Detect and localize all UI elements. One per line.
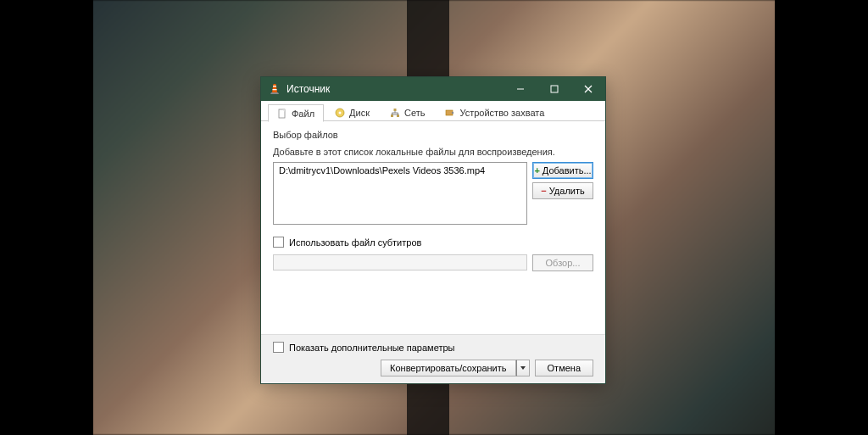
- browse-button-label: Обзор...: [546, 258, 581, 268]
- titlebar[interactable]: Источник: [261, 77, 605, 101]
- svg-rect-3: [551, 86, 558, 92]
- browse-subtitle-button: Обзор...: [532, 254, 593, 271]
- file-list-item[interactable]: D:\dmitrycv1\Downloads\Pexels Videos 353…: [279, 165, 521, 176]
- cancel-button-label: Отмена: [548, 363, 581, 373]
- tab-disc[interactable]: Диск: [326, 103, 379, 121]
- tab-file[interactable]: Файл: [268, 104, 324, 122]
- svg-rect-0: [273, 86, 276, 86]
- cancel-button[interactable]: Отмена: [535, 360, 593, 376]
- plus-icon: +: [534, 165, 539, 176]
- convert-save-label[interactable]: Конвертировать/сохранить: [381, 360, 516, 376]
- add-button-label: Добавить...: [542, 165, 592, 176]
- tab-disc-label: Диск: [349, 108, 370, 118]
- file-selection-heading: Выбор файлов: [273, 130, 593, 140]
- tab-file-label: Файл: [292, 109, 314, 119]
- tab-capture[interactable]: Устройство захвата: [436, 103, 554, 121]
- svg-rect-17: [446, 110, 453, 115]
- tab-bar: Файл Диск Сеть Устройство захвата: [261, 101, 605, 121]
- convert-save-button[interactable]: Конвертировать/сохранить: [381, 360, 530, 376]
- vlc-icon: [268, 82, 281, 96]
- minimize-button[interactable]: [504, 77, 537, 101]
- window-title: Источник: [287, 83, 504, 95]
- file-selection-description: Добавьте в этот список локальные файлы д…: [273, 147, 593, 157]
- letterbox-left: [0, 0, 93, 435]
- tab-content: Выбор файлов Добавьте в этот список лока…: [261, 121, 605, 334]
- file-list[interactable]: D:\dmitrycv1\Downloads\Pexels Videos 353…: [273, 162, 527, 225]
- svg-rect-1: [273, 89, 277, 90]
- letterbox-right: [775, 0, 868, 435]
- maximize-button[interactable]: [537, 77, 571, 101]
- subtitle-path-input: [273, 254, 527, 270]
- minus-icon: −: [541, 186, 546, 196]
- remove-button[interactable]: − Удалить: [532, 182, 593, 199]
- dialog-footer: Показать дополнительные параметры Конвер…: [261, 334, 605, 383]
- file-icon: [277, 109, 287, 119]
- network-icon: [390, 108, 400, 118]
- subtitle-checkbox-label: Использовать файл субтитров: [289, 237, 421, 248]
- svg-rect-11: [393, 109, 396, 111]
- disc-icon: [335, 108, 345, 118]
- close-button[interactable]: [571, 77, 605, 101]
- advanced-options-label: Показать дополнительные параметры: [289, 343, 454, 353]
- tab-network[interactable]: Сеть: [381, 103, 434, 121]
- subtitle-checkbox[interactable]: [273, 237, 284, 248]
- svg-point-18: [452, 112, 453, 114]
- capture-icon: [445, 108, 455, 118]
- add-button[interactable]: + Добавить...: [532, 162, 593, 179]
- tab-network-label: Сеть: [404, 108, 425, 118]
- dialog-window: Источник Файл Диск: [260, 76, 606, 384]
- svg-point-8: [339, 112, 342, 114]
- convert-save-dropdown[interactable]: [516, 360, 530, 376]
- remove-button-label: Удалить: [549, 186, 585, 196]
- tab-capture-label: Устройство захвата: [459, 108, 544, 118]
- advanced-options-checkbox[interactable]: [273, 342, 284, 353]
